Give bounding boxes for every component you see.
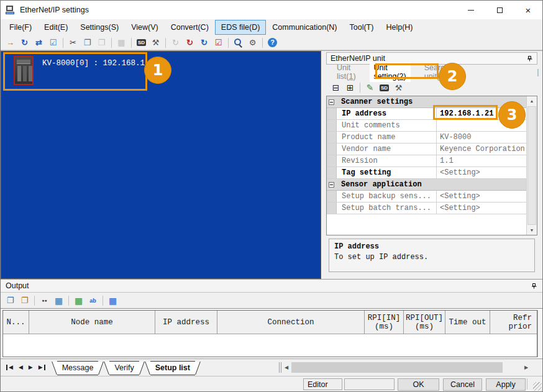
toolbar-separator (262, 38, 263, 48)
sheet-tab-setup-list[interactable]: Setup list (150, 361, 195, 375)
column-header-n[interactable]: N... (3, 311, 29, 334)
help-icon[interactable] (265, 37, 280, 49)
import-settings-icon[interactable] (3, 37, 17, 49)
menu-item-tool-t[interactable]: Tool(T) (344, 20, 380, 35)
eip-transfer-icon[interactable] (197, 37, 211, 49)
build-tool-icon[interactable] (148, 37, 163, 49)
column-header-connection[interactable]: Connection (217, 311, 365, 334)
edit-table-icon[interactable] (71, 294, 86, 307)
unit-list-tool-icon[interactable] (245, 37, 260, 49)
network-tree-icon[interactable] (106, 294, 120, 307)
edit-comment-icon[interactable] (363, 81, 377, 94)
network-view[interactable]: KV-8000[0] : 192.168.1.21 (1, 51, 321, 279)
apply-button[interactable]: Apply (486, 378, 526, 391)
sd-tool-icon[interactable] (134, 37, 148, 49)
tab-unit-list-1[interactable]: Unit list(1) (335, 62, 358, 82)
pin-icon[interactable] (526, 55, 533, 62)
grid-row-value (436, 120, 526, 131)
paste-icon (94, 37, 109, 49)
copy-icon[interactable] (80, 37, 94, 49)
menu-item-convert-c[interactable]: Convert(C) (165, 20, 215, 35)
verify-doc-icon[interactable] (211, 37, 226, 49)
unit-panel-tabs: Unit list(1)Unit setting(2)Search unit(3… (326, 65, 537, 80)
toolbar-separator (131, 38, 132, 48)
build-tool-icon[interactable] (391, 81, 406, 94)
sheet-tab-message[interactable]: Message (57, 361, 99, 375)
column-header-node-name[interactable]: Node name (29, 311, 155, 334)
copy-icon[interactable] (3, 294, 17, 307)
resize-grip[interactable] (533, 382, 542, 391)
find-replace-icon[interactable] (86, 294, 100, 307)
grid-row-value[interactable]: <Setting> (436, 191, 526, 202)
output-table-header: N...Node nameIP addressConnectionRPI[IN]… (3, 311, 537, 334)
close-button[interactable]: × (514, 1, 542, 19)
menu-item-help-h[interactable]: Help(H) (380, 20, 419, 35)
menu-item-view-v[interactable]: View(V) (125, 20, 165, 35)
pc-verify-icon[interactable] (46, 37, 60, 49)
scroll-left-icon[interactable]: ◀ (283, 365, 290, 370)
menu-item-settings-s[interactable]: Settings(S) (74, 20, 125, 35)
menu-item-communication-n[interactable]: Communication(N) (266, 20, 343, 35)
mode-indicator: Editor (303, 378, 342, 390)
search-unit-icon[interactable] (231, 37, 245, 49)
property-description-text: To set up IP address. (334, 253, 529, 262)
tab-unit-setting-2[interactable]: Unit setting(2) (370, 62, 411, 82)
scroll-right-icon[interactable]: ▶ (522, 365, 530, 370)
scrollbar-thumb[interactable] (291, 362, 503, 373)
menubar: File(F)Edit(E)Settings(S)View(V)Convert(… (1, 19, 542, 35)
collapse-icon[interactable] (329, 99, 334, 105)
ok-button[interactable]: OK (398, 378, 439, 391)
column-header-rpi-in[interactable]: RPI[IN] (ms) (365, 311, 404, 334)
splitter-handle[interactable] (279, 362, 281, 373)
column-header-ip-address[interactable]: IP address (155, 311, 217, 334)
collapse-icon[interactable] (329, 182, 334, 188)
grid-row-value[interactable]: <Setting> (436, 203, 526, 214)
horizontal-scrollbar[interactable]: ◀ ▶ (283, 362, 530, 373)
output-table-scrollbar[interactable] (537, 310, 542, 357)
device-node[interactable]: KV-8000[0] : 192.168.1.21 (14, 56, 159, 85)
sheet-tab-label: Setup list (155, 363, 190, 372)
menu-item-edit-e[interactable]: Edit(E) (38, 20, 74, 35)
first-sheet-icon[interactable]: ◀ (6, 365, 13, 370)
grid-row-value[interactable]: <Setting> (436, 167, 526, 178)
dm-transfer-icon[interactable] (183, 37, 197, 49)
grid-row-unit-comments: Unit comments (327, 120, 526, 132)
cut-icon[interactable] (66, 37, 80, 49)
scroll-up-icon[interactable]: ▲ (527, 96, 537, 106)
pin-icon[interactable] (530, 282, 537, 289)
output-table-area: N...Node nameIP addressConnectionRPI[IN]… (1, 309, 542, 358)
sheet-tab-verify[interactable]: Verify (109, 361, 139, 375)
toolbar-separator (360, 83, 360, 93)
menu-item-eds-file-d[interactable]: EDS file(D) (215, 20, 267, 35)
column-header-time-out[interactable]: Time out (445, 311, 490, 334)
paste-icon[interactable] (17, 294, 32, 307)
minimize-button[interactable] (457, 1, 485, 19)
collapse-all-icon[interactable] (329, 81, 343, 94)
prev-sheet-icon[interactable]: ◀ (19, 365, 23, 370)
tab-search-unit-3[interactable]: Search unit(3) (422, 62, 451, 82)
jump-table-icon[interactable] (52, 294, 66, 307)
property-grid-scrollbar[interactable]: ▲ ▼ (526, 96, 537, 235)
output-panel-header: Output (1, 279, 542, 293)
grid-row-value[interactable]: 192.168.1.21 (436, 108, 526, 119)
next-sheet-icon[interactable]: ▶ (29, 365, 33, 370)
expand-all-icon[interactable] (343, 81, 357, 94)
column-header-rpi-out[interactable]: RPI[OUT] (ms) (404, 311, 445, 334)
grid-gutter (327, 132, 337, 143)
scrollbar-track[interactable] (290, 362, 522, 373)
column-header-refr[interactable]: Refr prior (490, 311, 537, 334)
network-transfer-icon[interactable] (32, 37, 46, 49)
cancel-button[interactable]: Cancel (443, 378, 482, 391)
output-toolbar (1, 293, 542, 309)
last-sheet-icon[interactable]: ▶ (39, 365, 45, 370)
scrollbar-thumb[interactable] (527, 106, 536, 225)
maximize-button[interactable] (485, 1, 514, 19)
unit-monitor-icon[interactable] (17, 37, 32, 49)
sd-tool-icon[interactable] (377, 81, 391, 94)
find-icon[interactable] (37, 294, 52, 307)
sheet-tabs: MessageVerifySetup list (52, 361, 201, 375)
menu-item-file-f[interactable]: File(F) (3, 20, 38, 35)
scroll-down-icon[interactable]: ▼ (527, 226, 537, 235)
grid-group-label: Scanner settings (336, 98, 413, 106)
unit-panel: EtherNet/IP unit Unit list(1)Unit settin… (324, 51, 542, 279)
